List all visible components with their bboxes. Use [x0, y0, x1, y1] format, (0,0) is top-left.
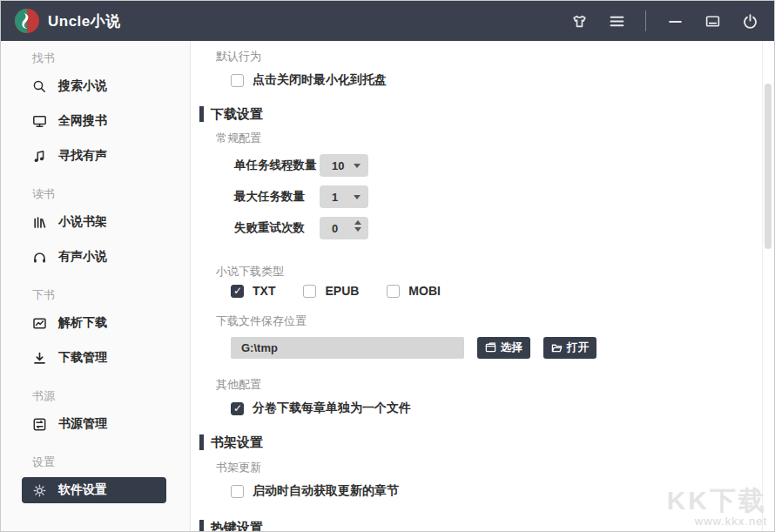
- sidebar-section-find: 找书: [1, 41, 190, 69]
- scrollbar-track-line: [762, 41, 763, 531]
- sidebar-section-download: 下书: [1, 274, 190, 306]
- sidebar-item-label: 寻找有声: [58, 148, 107, 164]
- section-accent-bar: [199, 520, 204, 531]
- retry-count-label: 失败重试次数: [234, 220, 320, 236]
- threads-per-task-value: 10: [332, 159, 344, 172]
- section-accent-bar: [199, 434, 204, 450]
- headphones-icon: [32, 250, 47, 265]
- download-settings-header: 下载设置: [199, 105, 774, 123]
- threads-per-task-row: 单任务线程数量 10: [234, 150, 774, 181]
- max-tasks-label: 最大任务数量: [234, 189, 320, 205]
- txt-checkbox[interactable]: [231, 285, 244, 298]
- theme-skin-icon[interactable]: [570, 12, 588, 30]
- sidebar-item-source-manage[interactable]: 书源管理: [1, 407, 190, 441]
- sidebar-item-search-novel[interactable]: 搜索小说: [1, 69, 190, 104]
- hotkey-settings-title: 热键设置: [211, 520, 263, 532]
- max-tasks-select[interactable]: 1: [320, 185, 368, 208]
- save-location-label: 下载文件保存位置: [216, 314, 774, 328]
- scrollbar-thumb[interactable]: [765, 84, 772, 249]
- general-config-label: 常规配置: [216, 131, 774, 145]
- sidebar-section-settings: 设置: [1, 441, 190, 473]
- retry-count-stepper[interactable]: 0: [320, 217, 368, 239]
- general-config-rows: 单任务线程数量 10 最大任务数量 1 失败重试次数 0: [192, 150, 774, 244]
- novel-type-label: 小说下载类型: [216, 265, 774, 279]
- mobi-label: MOBI: [408, 284, 441, 298]
- chevron-up-icon: [354, 220, 361, 225]
- minimize-to-tray-label: 点击关闭时最小化到托盘: [253, 72, 387, 88]
- sidebar-item-label: 有声小说: [58, 249, 107, 265]
- shelf-settings-title: 书架设置: [211, 434, 263, 451]
- sidebar-item-label: 解析下载: [58, 315, 107, 331]
- sidebar-item-label: 下载管理: [58, 350, 107, 366]
- retry-count-value: 0: [332, 222, 338, 235]
- sidebar-item-find-audio[interactable]: 寻找有声: [1, 138, 190, 173]
- app-window: Uncle小说 找书 搜索小说: [0, 0, 775, 532]
- app-logo-icon: [15, 9, 39, 33]
- threads-per-task-select[interactable]: 10: [320, 154, 368, 177]
- folder-select-icon: [485, 342, 496, 354]
- sidebar-item-label: 小说书架: [58, 214, 107, 230]
- sidebar-section-read: 读书: [1, 173, 190, 205]
- novel-type-options: TXT EPUB MOBI: [231, 282, 774, 300]
- power-icon[interactable]: [741, 12, 758, 30]
- max-tasks-value: 1: [332, 191, 338, 204]
- sidebar-item-label: 全网搜书: [58, 113, 107, 129]
- monitor-icon: [32, 114, 47, 129]
- shelf-update-label: 书架更新: [216, 461, 774, 475]
- download-icon: [32, 351, 47, 366]
- minimize-icon[interactable]: [666, 12, 684, 30]
- open-folder-button[interactable]: 打开: [543, 337, 596, 359]
- search-icon: [32, 79, 47, 94]
- titlebar-divider: [645, 10, 646, 31]
- sidebar-item-web-search[interactable]: 全网搜书: [1, 104, 190, 138]
- sidebar-item-audio-novel[interactable]: 有声小说: [1, 239, 190, 274]
- auto-update-row: 启动时自动获取更新的章节: [231, 482, 774, 500]
- mobi-checkbox[interactable]: [387, 285, 400, 298]
- stepper-arrows[interactable]: [354, 220, 361, 232]
- sidebar-item-label: 书源管理: [58, 416, 107, 432]
- shelf-settings-header: 书架设置: [199, 434, 774, 451]
- auto-update-label: 启动时自动获取更新的章节: [253, 483, 399, 499]
- chapter-per-file-label: 分卷下载每章单独为一个文件: [253, 401, 411, 416]
- auto-update-checkbox[interactable]: [231, 485, 244, 498]
- select-folder-button[interactable]: 选择: [477, 337, 530, 359]
- sidebar-item-label: 搜索小说: [58, 78, 107, 94]
- chevron-down-icon: [354, 164, 361, 168]
- default-behavior-label: 默认行为: [216, 50, 774, 64]
- minimize-to-tray-row: 点击关闭时最小化到托盘: [231, 71, 774, 89]
- save-location-row: 选择 打开: [231, 336, 774, 359]
- app-title: Uncle小说: [48, 11, 121, 31]
- gear-icon: [32, 483, 47, 498]
- retry-count-row: 失败重试次数 0: [234, 212, 774, 244]
- folder-open-icon: [551, 342, 563, 354]
- select-folder-label: 选择: [501, 340, 522, 355]
- chapter-per-file-checkbox[interactable]: [231, 402, 244, 415]
- hotkey-settings-header: 热键设置: [199, 519, 774, 531]
- section-accent-bar: [199, 106, 204, 122]
- titlebar-buttons: [570, 10, 758, 31]
- open-folder-label: 打开: [567, 340, 589, 355]
- download-settings-title: 下载设置: [211, 106, 263, 123]
- chevron-down-icon: [354, 227, 361, 232]
- save-path-input[interactable]: [231, 337, 464, 359]
- minimize-to-tray-checkbox[interactable]: [231, 74, 244, 87]
- epub-label: EPUB: [325, 284, 359, 298]
- max-tasks-row: 最大任务数量 1: [234, 181, 774, 212]
- bookshelf-icon: [32, 215, 47, 230]
- sidebar-item-bookshelf[interactable]: 小说书架: [1, 205, 190, 239]
- music-note-icon: [32, 149, 47, 164]
- threads-per-task-label: 单任务线程数量: [234, 158, 320, 173]
- menu-icon[interactable]: [608, 12, 625, 30]
- maximize-icon[interactable]: [704, 12, 721, 30]
- epub-checkbox[interactable]: [303, 285, 316, 298]
- sidebar-item-download-manage[interactable]: 下载管理: [1, 340, 190, 375]
- sidebar-item-software-settings[interactable]: 软件设置: [22, 477, 166, 503]
- chevron-down-icon: [354, 195, 361, 199]
- settings-panel: 默认行为 点击关闭时最小化到托盘 下载设置 常规配置 单任务线程数量 10 最大…: [192, 41, 774, 531]
- sidebar: 找书 搜索小说 全网搜书 寻找有声 读书 小说书架 有声小说 下书 解析下载: [1, 41, 191, 531]
- source-manage-icon: [32, 417, 47, 432]
- sidebar-item-parse-download[interactable]: 解析下载: [1, 306, 190, 340]
- other-config-label: 其他配置: [216, 378, 774, 392]
- sidebar-item-label: 软件设置: [58, 482, 107, 498]
- titlebar: Uncle小说: [1, 1, 774, 41]
